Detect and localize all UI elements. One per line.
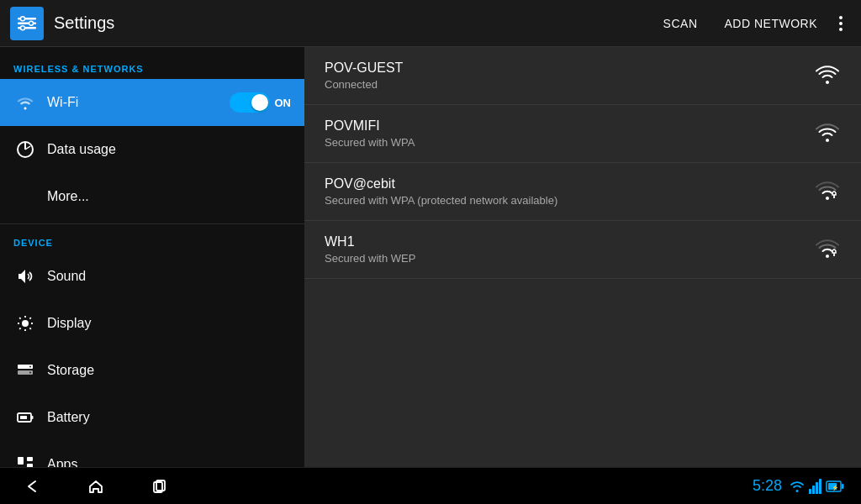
sidebar: WIRELESS & NETWORKS Wi-Fi ON [0,47,304,467]
add-network-button[interactable]: ADD NETWORK [711,10,832,37]
network-status-povmifi: Secured with WPA [325,136,814,149]
topbar: Settings SCAN ADD NETWORK [0,0,861,47]
wifi-label: Wi-Fi [47,95,230,110]
svg-rect-14 [31,416,34,419]
toggle-track [230,92,270,113]
wifi-networks-list: POV-GUEST Connected POVMIFI Secured with… [304,47,861,467]
back-button[interactable] [17,473,47,500]
svg-rect-24 [819,479,821,494]
sidebar-item-apps[interactable]: Apps [0,441,304,467]
section-header-device: DEVICE [0,228,304,253]
status-icons: ⚡ [789,479,844,494]
network-name-povmifi: POVMIFI [325,118,814,134]
svg-point-7 [22,320,29,327]
wifi-signal-pov-cebit [814,180,841,203]
network-info-pov-guest: POV-GUEST Connected [325,60,814,91]
sidebar-item-display[interactable]: Display [0,300,304,347]
sidebar-item-wifi[interactable]: Wi-Fi ON [0,79,304,126]
status-wifi-icon [789,479,806,494]
storage-label: Storage [47,363,291,378]
display-label: Display [47,316,291,331]
svg-rect-23 [816,482,818,494]
svg-rect-16 [27,457,33,461]
more-icon [13,185,37,208]
svg-point-5 [21,25,25,29]
storage-icon [13,359,37,382]
network-status-pov-guest: Connected [325,78,814,91]
dot2 [839,22,843,25]
svg-rect-22 [812,486,815,494]
wifi-signal-wh1 [814,238,841,261]
display-icon [13,312,37,335]
svg-rect-21 [809,489,811,494]
nav-buttons [17,473,753,500]
sound-label: Sound [47,269,291,284]
network-name-pov-cebit: POV@cebit [325,176,814,192]
svg-rect-15 [18,457,24,465]
network-name-pov-guest: POV-GUEST [325,60,814,76]
wifi-icon [13,91,37,114]
battery-icon [13,406,37,429]
more-options-button[interactable] [831,9,851,38]
network-info-wh1: WH1 Secured with WEP [325,234,814,265]
svg-point-4 [29,21,34,25]
network-status-pov-cebit: Secured with WPA (protected network avai… [325,194,814,207]
network-info-pov-cebit: POV@cebit Secured with WPA (protected ne… [325,176,814,207]
sidebar-item-storage[interactable]: Storage [0,347,304,394]
network-item-povmifi[interactable]: POVMIFI Secured with WPA [304,105,861,163]
network-info-povmifi: POVMIFI Secured with WPA [325,118,814,149]
network-item-wh1[interactable]: WH1 Secured with WEP [304,221,861,279]
app-title: Settings [54,13,650,33]
scan-button[interactable]: SCAN [650,10,711,37]
network-name-wh1: WH1 [325,234,814,249]
dot3 [839,28,843,31]
sidebar-item-data-usage[interactable]: Data usage [0,126,304,173]
svg-point-11 [29,372,31,374]
svg-rect-27 [842,484,844,489]
sidebar-item-more[interactable]: More... [0,173,304,220]
main-layout: WIRELESS & NETWORKS Wi-Fi ON [0,47,861,467]
apps-icon [13,453,37,467]
divider1 [0,223,304,224]
sidebar-item-sound[interactable]: Sound [0,253,304,300]
dot1 [839,16,843,19]
wifi-signal-pov-guest [814,64,841,87]
battery-label: Battery [47,410,291,425]
more-label: More... [47,189,291,204]
sidebar-item-battery[interactable]: Battery [0,394,304,441]
apps-label: Apps [47,457,291,467]
wifi-signal-povmifi [814,122,841,145]
recents-button[interactable] [145,473,175,500]
clock: 5:28 [753,477,782,495]
svg-text:⚡: ⚡ [832,483,839,491]
svg-rect-18 [27,464,33,467]
network-item-pov-cebit[interactable]: POV@cebit Secured with WPA (protected ne… [304,163,861,221]
network-item-pov-guest[interactable]: POV-GUEST Connected [304,47,861,105]
status-bar: 5:28 ⚡ [753,477,844,495]
section-header-wireless: WIRELESS & NETWORKS [0,54,304,79]
wifi-toggle[interactable]: ON [230,92,292,113]
network-status-wh1: Secured with WEP [325,252,814,265]
data-usage-icon [13,138,37,161]
app-icon [10,7,44,40]
toggle-thumb [251,94,268,111]
svg-point-10 [29,366,31,368]
svg-point-3 [21,16,25,20]
status-signal-icon [809,479,822,494]
home-button[interactable] [81,473,111,500]
sound-icon [13,265,37,288]
status-battery-icon: ⚡ [826,480,844,493]
data-usage-label: Data usage [47,142,291,157]
bottombar: 5:28 ⚡ [0,467,861,504]
svg-rect-13 [20,416,27,419]
toggle-label: ON [275,97,292,109]
